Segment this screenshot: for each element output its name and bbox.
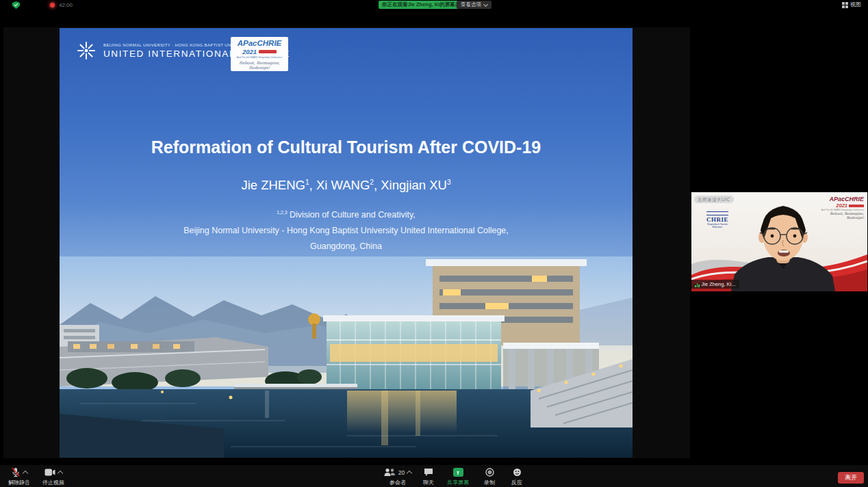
recording-timer: 42:00 [59, 2, 73, 8]
affiliation-line2: Beijing Normal University - Hong Kong Ba… [60, 226, 633, 235]
reactions-button[interactable]: 反应 [499, 467, 535, 486]
participant-name-label: Jie Zheng, Ki... [691, 280, 739, 289]
microphone-muted-icon [11, 467, 21, 477]
chevron-down-icon [483, 1, 488, 6]
apacchrie-year: 2021 [242, 48, 257, 55]
chevron-up-icon[interactable] [58, 470, 63, 475]
participants-label: 参会者 [390, 479, 406, 486]
apacchrie-name: APacCHRIE [231, 40, 288, 47]
view-layout-label: 视图 [850, 1, 861, 9]
affiliation-line1: 1,2,3 Division of Culture and Creativity… [60, 210, 633, 220]
uic-flower-icon [75, 40, 97, 62]
share-screen-icon [453, 468, 463, 477]
recording-dot-icon [50, 3, 55, 8]
chat-bubble-icon [424, 468, 433, 477]
apacchrie-red-banner [259, 50, 277, 53]
apacchrie-tagline: Reboot, Reimagine, Redesign! [231, 60, 288, 70]
apacchrie-logo: APacCHRIE 2021 And The 4th SHARC Hospita… [231, 37, 288, 71]
participant-video-tile[interactable]: 北师港浸大UIC CHRIE Hospitality & Tourism Edu… [691, 192, 867, 291]
share-screen-label: 共享屏幕 [447, 479, 469, 486]
encryption-shield-icon [12, 1, 20, 9]
view-layout-button[interactable]: 视图 [839, 1, 864, 9]
campus-photo [60, 256, 633, 458]
reactions-label: 反应 [511, 479, 522, 486]
participants-icon [384, 468, 396, 477]
slide-authors: Jie ZHENG1, Xi WANG2, Xingjian XU3 [60, 178, 633, 193]
view-options-label: 查看选项 [461, 1, 481, 9]
chevron-up-icon[interactable] [23, 470, 28, 475]
presentation-slide: BEIJING NORMAL UNIVERSITY · HONG KONG BA… [60, 28, 633, 458]
share-screen-button[interactable]: 共享屏幕 [440, 467, 476, 486]
viewing-share-banner: 你正在观看Jie Zheng, Ki的屏幕共享 [379, 1, 469, 9]
participants-count: 20 [398, 469, 405, 476]
top-bar: 42:00 你正在观看Jie Zheng, Ki的屏幕共享 查看选项 视图 [0, 0, 868, 10]
chat-label: 聊天 [423, 479, 434, 486]
smiley-reactions-icon [513, 468, 522, 477]
speaker-portrait [691, 192, 867, 291]
slide-title: Reformation of Cultural Tourism After CO… [60, 137, 633, 157]
audio-level-icon [695, 282, 700, 287]
camera-icon [44, 469, 55, 476]
unmute-button[interactable]: 解除静音 [1, 467, 37, 486]
apacchrie-subtitle: And The 4th SHARC Hospitality Conference [231, 56, 288, 59]
meeting-window: 42:00 你正在观看Jie Zheng, Ki的屏幕共享 查看选项 视图 [0, 0, 868, 487]
grid-layout-icon [842, 2, 848, 8]
view-options-button[interactable]: 查看选项 [457, 1, 492, 9]
stop-video-label: 停止视频 [42, 479, 64, 486]
unmute-label: 解除静音 [8, 479, 30, 486]
stop-video-button[interactable]: 停止视频 [36, 467, 71, 486]
meeting-toolbar: 解除静音 停止视频 20 [0, 465, 868, 487]
record-icon [485, 468, 494, 477]
affiliation-line3: Guangdong, China [60, 241, 633, 251]
record-label: 录制 [484, 479, 495, 486]
leave-meeting-button[interactable]: 离开 [838, 472, 864, 484]
